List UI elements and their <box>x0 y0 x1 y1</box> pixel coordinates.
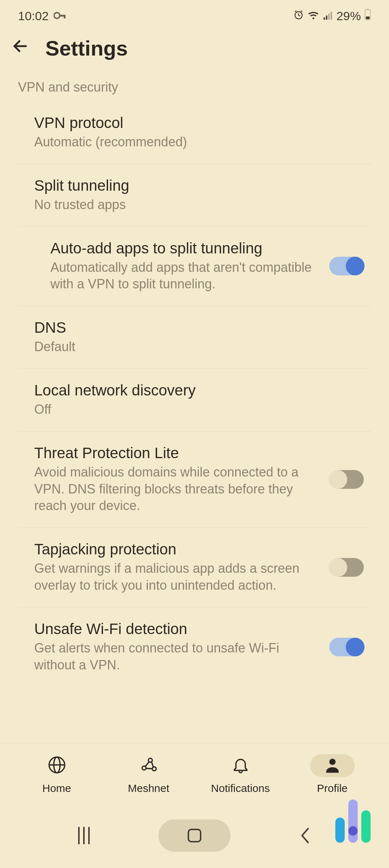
item-title: DNS <box>34 319 367 336</box>
item-subtitle: No trusted apps <box>34 196 367 213</box>
vpn-key-icon <box>54 10 67 22</box>
item-local-network-discovery[interactable]: Local network discovery Off <box>18 369 371 431</box>
section-vpn-security: VPN and security <box>0 73 389 101</box>
item-subtitle: Default <box>34 338 367 355</box>
item-threat-protection-lite[interactable]: Threat Protection Lite Avoid malicious d… <box>18 431 371 528</box>
svg-point-15 <box>142 766 146 770</box>
item-subtitle: Off <box>34 401 367 418</box>
assistant-bar-icon <box>335 818 345 843</box>
svg-rect-4 <box>323 17 325 20</box>
meshnet-icon <box>139 756 158 776</box>
nav-label: Meshnet <box>128 782 169 794</box>
item-title: Unsafe Wi-Fi detection <box>34 620 318 638</box>
recents-icon <box>78 827 90 844</box>
clock: 10:02 <box>18 9 49 23</box>
item-title: Auto-add apps to split tunneling <box>50 240 318 257</box>
item-vpn-protocol[interactable]: VPN protocol Automatic (recommended) <box>18 101 371 164</box>
status-bar: 10:02 29% <box>0 0 389 29</box>
page-title: Settings <box>45 36 128 60</box>
item-split-tunneling[interactable]: Split tunneling No trusted apps <box>18 164 371 227</box>
svg-rect-6 <box>328 13 330 19</box>
battery-pct: 29% <box>336 9 361 23</box>
toggle-tapjacking[interactable] <box>329 558 364 577</box>
svg-rect-9 <box>367 9 369 10</box>
item-title: Threat Protection Lite <box>34 444 318 462</box>
chevron-left-icon <box>299 827 311 845</box>
svg-rect-2 <box>64 15 66 18</box>
toggle-threat-protection[interactable] <box>329 470 364 489</box>
item-subtitle: Automatically add apps that aren't compa… <box>50 259 318 293</box>
system-nav-bar <box>0 803 389 868</box>
item-subtitle: Get alerts when connected to unsafe Wi-F… <box>34 640 318 674</box>
bell-icon <box>231 756 250 776</box>
item-title: VPN protocol <box>34 114 367 132</box>
bottom-nav: Home Meshnet Notifications Profile <box>0 743 389 803</box>
item-auto-add-split-tunneling[interactable]: Auto-add apps to split tunneling Automat… <box>18 227 371 306</box>
item-dns[interactable]: DNS Default <box>18 306 371 369</box>
svg-rect-10 <box>366 17 370 19</box>
svg-line-20 <box>146 769 152 769</box>
nav-label: Home <box>42 782 71 794</box>
nav-label: Profile <box>317 782 348 794</box>
alarm-icon <box>293 9 304 23</box>
item-tapjacking-protection[interactable]: Tapjacking protection Get warnings if a … <box>18 528 371 607</box>
profile-icon <box>323 756 342 776</box>
nav-meshnet[interactable]: Meshnet <box>113 754 185 794</box>
signal-icon <box>323 9 333 23</box>
assistant-bar-icon <box>361 810 371 843</box>
item-subtitle: Avoid malicious domains while connected … <box>34 464 318 514</box>
back-arrow-icon[interactable] <box>12 37 29 59</box>
item-subtitle: Automatic (recommended) <box>34 134 367 151</box>
nav-home[interactable]: Home <box>21 754 93 794</box>
voice-assistant-overlay[interactable] <box>331 800 375 843</box>
svg-point-16 <box>148 758 152 762</box>
globe-icon <box>48 756 66 776</box>
home-button[interactable] <box>158 819 231 852</box>
item-title: Local network discovery <box>34 382 367 399</box>
wifi-icon <box>308 9 319 23</box>
nav-profile[interactable]: Profile <box>296 754 368 794</box>
nav-notifications[interactable]: Notifications <box>205 754 277 794</box>
recents-button[interactable] <box>48 816 120 855</box>
assistant-bar-icon <box>348 800 358 843</box>
toggle-unsafe-wifi[interactable] <box>329 638 364 656</box>
app-header: Settings <box>0 29 389 73</box>
nav-label: Notifications <box>211 782 270 794</box>
svg-point-0 <box>54 13 60 18</box>
battery-icon <box>365 9 371 23</box>
system-back-button[interactable] <box>269 816 341 855</box>
svg-point-21 <box>329 759 335 765</box>
svg-rect-5 <box>326 15 327 20</box>
home-icon <box>188 829 201 842</box>
toggle-auto-add[interactable] <box>329 257 364 275</box>
item-title: Tapjacking protection <box>34 541 318 558</box>
item-unsafe-wifi-detection[interactable]: Unsafe Wi-Fi detection Get alerts when c… <box>18 607 371 687</box>
svg-rect-7 <box>331 12 332 19</box>
svg-line-18 <box>145 762 149 766</box>
settings-list: VPN protocol Automatic (recommended) Spl… <box>0 101 389 686</box>
item-title: Split tunneling <box>34 177 367 194</box>
svg-line-19 <box>151 762 153 767</box>
item-subtitle: Get warnings if a malicious app adds a s… <box>34 560 318 594</box>
